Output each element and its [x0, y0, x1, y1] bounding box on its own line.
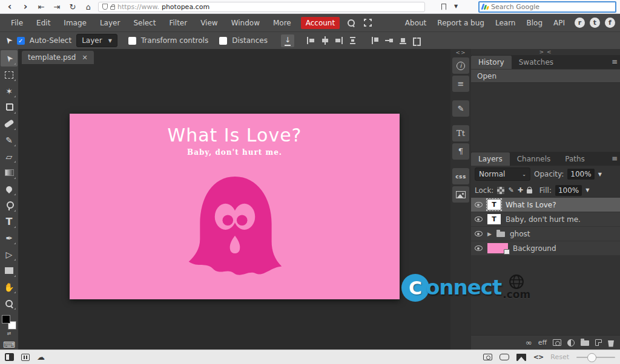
reset-label[interactable]: Reset	[550, 353, 569, 361]
foreground-color-swatch[interactable]	[2, 315, 10, 323]
new-group-icon[interactable]	[581, 340, 589, 346]
menu-filter[interactable]: Filter	[163, 16, 193, 30]
lock-move-icon[interactable]: ✚	[518, 186, 523, 194]
tab-swatches[interactable]: Swatches	[512, 56, 561, 69]
text-layer-thumbnail[interactable]: T	[487, 214, 501, 224]
lock-transparency-icon[interactable]	[497, 187, 504, 194]
zoom-tool[interactable]	[1, 295, 18, 311]
link-api[interactable]: API	[549, 16, 570, 30]
type-tool[interactable]: T	[1, 213, 18, 230]
magic-wand-tool[interactable]: ✶	[1, 83, 18, 99]
opacity-value[interactable]: 100%	[567, 169, 594, 180]
menu-edit[interactable]: Edit	[30, 16, 56, 30]
close-tab-icon[interactable]: ✕	[82, 54, 87, 62]
swap-colors-icon[interactable]: ⇄	[7, 331, 12, 336]
expand-group-icon[interactable]: ▶	[487, 231, 492, 237]
fill-value[interactable]: 100%	[555, 185, 582, 196]
menu-file[interactable]: File	[5, 16, 29, 30]
image-panel-button[interactable]	[452, 186, 469, 203]
layer-effects-button[interactable]: eff	[538, 339, 547, 346]
reload-icon[interactable]: ↻	[67, 3, 79, 11]
rect-select-tool[interactable]	[1, 67, 18, 83]
link-learn[interactable]: Learn	[490, 16, 521, 30]
menu-layer[interactable]: Layer	[94, 16, 126, 30]
tab-paths[interactable]: Paths	[558, 152, 592, 166]
visibility-eye-icon[interactable]	[475, 231, 483, 236]
padlock-icon[interactable]	[110, 6, 115, 10]
brush-settings-panel-button[interactable]: ✎	[452, 100, 469, 117]
search-input[interactable]	[491, 3, 613, 11]
visibility-eye-icon[interactable]	[475, 216, 483, 222]
home-icon[interactable]: ⌂	[82, 3, 94, 11]
delete-layer-icon[interactable]	[608, 340, 614, 347]
link-about[interactable]: About	[400, 16, 431, 30]
sidebar-toggle-icon[interactable]	[5, 353, 14, 361]
visibility-eye-icon[interactable]	[475, 245, 483, 251]
link-layers-icon[interactable]: ∞	[526, 338, 532, 347]
hand-tool[interactable]: ✋	[1, 279, 18, 295]
twitter-icon[interactable]: t	[590, 18, 600, 28]
opacity-dropdown-icon[interactable]: ▼	[598, 172, 602, 177]
align-bottom-icon[interactable]	[398, 36, 407, 45]
link-report-bug[interactable]: Report a bug	[432, 16, 489, 30]
back-icon[interactable]: ‹	[4, 2, 16, 11]
history-entry[interactable]: Open	[471, 70, 620, 83]
brush-tool[interactable]: ✎	[1, 132, 18, 148]
menu-view[interactable]: View	[194, 16, 223, 30]
frame-icon[interactable]	[500, 354, 509, 360]
panel-menu-icon[interactable]: ≡	[612, 154, 618, 163]
align-right-icon[interactable]	[334, 36, 343, 45]
adjustment-layer-icon[interactable]	[567, 339, 575, 346]
adjustments-panel-button[interactable]: ≡	[452, 76, 469, 92]
layer-row-baby-dont-hurt-me[interactable]: T Baby, don't hurt me.	[471, 212, 620, 227]
auto-select-checkbox[interactable]	[17, 37, 25, 45]
add-mask-icon[interactable]	[553, 339, 561, 346]
menu-more[interactable]: More	[267, 16, 297, 30]
lock-paint-icon[interactable]: ✎	[508, 186, 513, 194]
bookmark-icon[interactable]	[441, 4, 446, 10]
browser-search-box[interactable]	[478, 1, 616, 13]
canvas[interactable]: What Is Love? Baby, don't hurt me.	[70, 114, 400, 299]
strip-collapse-icon[interactable]: <>	[455, 50, 466, 56]
code-icon[interactable]: <>	[533, 353, 543, 361]
search-icon[interactable]	[347, 19, 355, 27]
layer-row-what-is-love[interactable]: T What Is Love?	[471, 198, 620, 212]
picture-icon[interactable]	[516, 354, 526, 361]
info-panel-button[interactable]: i	[452, 57, 469, 74]
layer-row-background[interactable]: Background	[471, 241, 620, 256]
blend-mode-dropdown[interactable]: Normal ⌄	[475, 167, 530, 181]
reader-view-icon[interactable]	[21, 354, 30, 361]
move-tool[interactable]: ➤	[1, 50, 18, 67]
last-page-icon[interactable]: ⇥	[51, 3, 63, 11]
character-panel-button[interactable]: Tt	[452, 125, 469, 141]
lock-all-icon[interactable]	[527, 189, 532, 193]
layer-row-ghost[interactable]: ▶ ghost	[471, 227, 620, 241]
tab-history[interactable]: History	[471, 56, 512, 69]
text-layer-thumbnail[interactable]: T	[487, 200, 501, 210]
document-tab[interactable]: template.psd ✕	[22, 51, 94, 64]
blur-tool[interactable]	[1, 181, 18, 197]
transform-controls-checkbox[interactable]	[128, 37, 136, 45]
pen-tool[interactable]: ✒	[1, 230, 18, 246]
screenshot-icon[interactable]	[483, 354, 492, 360]
menu-window[interactable]: Window	[225, 16, 266, 30]
shape-tool[interactable]	[1, 262, 18, 279]
color-swatches[interactable]	[2, 315, 16, 330]
eraser-tool[interactable]: ▱	[1, 148, 18, 164]
tab-channels[interactable]: Channels	[510, 152, 558, 166]
first-page-icon[interactable]: ⇤	[35, 3, 47, 11]
align-middle-icon[interactable]	[384, 36, 394, 45]
fill-dropdown-icon[interactable]: ▼	[585, 187, 589, 193]
align-left-icon[interactable]	[306, 36, 315, 45]
background-layer-thumbnail[interactable]	[487, 243, 508, 253]
panels-collapse-icon[interactable]: > <	[471, 49, 620, 55]
path-select-tool[interactable]: ▷	[1, 246, 18, 262]
bookmark-dropdown-icon[interactable]: ▼	[450, 4, 462, 9]
reddit-icon[interactable]: r	[575, 18, 585, 28]
gradient-tool[interactable]	[1, 164, 18, 181]
export-button[interactable]: ↓	[281, 34, 294, 47]
link-blog[interactable]: Blog	[521, 16, 547, 30]
align-center-icon[interactable]	[320, 36, 329, 45]
fullscreen-icon[interactable]	[364, 19, 372, 27]
menu-image[interactable]: Image	[58, 16, 93, 30]
